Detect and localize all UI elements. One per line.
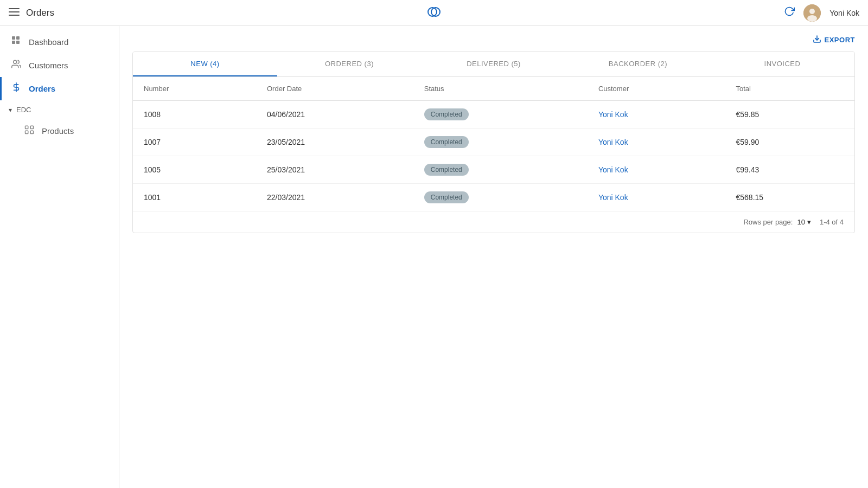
cell-customer[interactable]: Yoni Kok <box>588 129 725 156</box>
cell-order-date: 23/05/2021 <box>256 129 413 156</box>
customers-icon <box>10 59 22 72</box>
tab-delivered-label: DELIVERED (5) <box>467 60 521 68</box>
status-badge: Completed <box>424 136 469 148</box>
cell-status: Completed <box>413 156 588 184</box>
export-icon <box>813 35 821 45</box>
rows-dropdown-icon: ▾ <box>807 218 811 226</box>
cell-order-date: 22/03/2021 <box>256 184 413 211</box>
tab-backorder-label: BACKORDER (2) <box>609 60 667 68</box>
cell-total: €568.15 <box>725 184 855 211</box>
cell-status: Completed <box>413 129 588 156</box>
sidebar-label-products: Products <box>42 126 74 136</box>
pagination-bar: Rows per page: 10 ▾ 1-4 of 4 <box>133 211 854 233</box>
svg-rect-0 <box>9 8 20 9</box>
status-badge: Completed <box>424 191 469 203</box>
svg-rect-16 <box>25 131 28 133</box>
rows-per-page-select[interactable]: 10 ▾ <box>797 218 810 226</box>
tab-new-label: NEW (4) <box>190 60 219 68</box>
col-header-status: Status <box>413 77 588 101</box>
cell-customer[interactable]: Yoni Kok <box>588 156 725 184</box>
status-badge: Completed <box>424 108 469 120</box>
cell-total: €99.43 <box>725 156 855 184</box>
orders-icon <box>10 82 22 95</box>
svg-rect-2 <box>9 15 20 16</box>
rows-per-page-label: Rows per page: <box>743 218 793 226</box>
sidebar-item-products[interactable]: Products <box>0 119 119 143</box>
customer-link[interactable]: Yoni Kok <box>598 138 628 146</box>
orders-card: NEW (4) ORDERED (3) DELIVERED (5) BACKOR… <box>132 52 855 233</box>
svg-point-7 <box>807 15 817 22</box>
products-icon <box>23 125 35 137</box>
svg-rect-8 <box>12 36 15 40</box>
svg-rect-10 <box>12 41 15 44</box>
col-header-order-date: Order Date <box>256 77 413 101</box>
cell-number: 1008 <box>133 101 256 129</box>
tab-backorder[interactable]: BACKORDER (2) <box>566 52 710 76</box>
table-row[interactable]: 1001 22/03/2021 Completed Yoni Kok €568.… <box>133 184 854 211</box>
menu-icon[interactable] <box>9 7 20 19</box>
svg-rect-17 <box>30 131 33 133</box>
main-layout: Dashboard Customers Orders <box>0 26 868 488</box>
customer-link[interactable]: Yoni Kok <box>598 193 628 202</box>
table-row[interactable]: 1005 25/03/2021 Completed Yoni Kok €99.4… <box>133 156 854 184</box>
tab-invoiced[interactable]: INVOICED <box>710 52 854 76</box>
orders-table: Number Order Date Status Customer Total … <box>133 77 854 211</box>
sidebar-item-dashboard[interactable]: Dashboard <box>0 30 119 54</box>
customer-link[interactable]: Yoni Kok <box>598 110 628 119</box>
cell-total: €59.90 <box>725 129 855 156</box>
export-button[interactable]: EXPORT <box>132 35 855 45</box>
svg-rect-15 <box>30 126 33 129</box>
topbar: Orders Yoni Kok <box>0 0 868 26</box>
rows-per-page: Rows per page: 10 ▾ <box>743 218 811 226</box>
tab-invoiced-label: INVOICED <box>764 60 801 68</box>
sidebar-item-customers[interactable]: Customers <box>0 54 119 77</box>
sidebar: Dashboard Customers Orders <box>0 26 119 488</box>
svg-point-12 <box>14 60 17 63</box>
tab-ordered[interactable]: ORDERED (3) <box>277 52 422 76</box>
cell-customer[interactable]: Yoni Kok <box>588 101 725 129</box>
svg-rect-1 <box>9 11 20 12</box>
app-logo <box>425 3 443 22</box>
status-badge: Completed <box>424 164 469 176</box>
pagination-range: 1-4 of 4 <box>820 218 844 226</box>
tabs-bar: NEW (4) ORDERED (3) DELIVERED (5) BACKOR… <box>133 52 854 77</box>
col-header-customer: Customer <box>588 77 725 101</box>
tab-delivered[interactable]: DELIVERED (5) <box>422 52 566 76</box>
col-header-total: Total <box>725 77 855 101</box>
table-row[interactable]: 1008 04/06/2021 Completed Yoni Kok €59.8… <box>133 101 854 129</box>
cell-order-date: 25/03/2021 <box>256 156 413 184</box>
customer-link[interactable]: Yoni Kok <box>598 165 628 174</box>
sidebar-label-customers: Customers <box>29 61 68 70</box>
svg-rect-9 <box>16 36 20 40</box>
rows-per-page-value: 10 <box>797 218 805 226</box>
main-content: EXPORT NEW (4) ORDERED (3) DELIVERED (5)… <box>119 26 868 488</box>
sidebar-item-orders[interactable]: Orders <box>0 77 119 100</box>
cell-order-date: 04/06/2021 <box>256 101 413 129</box>
cell-total: €59.85 <box>725 101 855 129</box>
avatar <box>803 4 821 22</box>
topbar-right: Yoni Kok <box>784 4 859 22</box>
cell-number: 1001 <box>133 184 256 211</box>
cell-customer[interactable]: Yoni Kok <box>588 184 725 211</box>
cell-status: Completed <box>413 101 588 129</box>
sidebar-group-label-text: EDC <box>16 106 31 114</box>
col-header-number: Number <box>133 77 256 101</box>
table-row[interactable]: 1007 23/05/2021 Completed Yoni Kok €59.9… <box>133 129 854 156</box>
svg-rect-11 <box>16 41 20 44</box>
sidebar-label-orders: Orders <box>29 84 55 93</box>
dashboard-icon <box>10 36 22 48</box>
cell-status: Completed <box>413 184 588 211</box>
table-header-row: Number Order Date Status Customer Total <box>133 77 854 101</box>
sidebar-label-dashboard: Dashboard <box>29 37 68 47</box>
cell-number: 1007 <box>133 129 256 156</box>
username-label: Yoni Kok <box>829 9 859 17</box>
svg-rect-14 <box>25 126 28 129</box>
tab-ordered-label: ORDERED (3) <box>325 60 374 68</box>
refresh-icon[interactable] <box>784 6 795 20</box>
svg-point-6 <box>809 9 815 14</box>
sidebar-group-edc[interactable]: ▾ EDC <box>0 100 119 119</box>
chevron-icon: ▾ <box>9 106 12 114</box>
page-title: Orders <box>26 8 54 18</box>
cell-number: 1005 <box>133 156 256 184</box>
tab-new[interactable]: NEW (4) <box>133 52 277 76</box>
